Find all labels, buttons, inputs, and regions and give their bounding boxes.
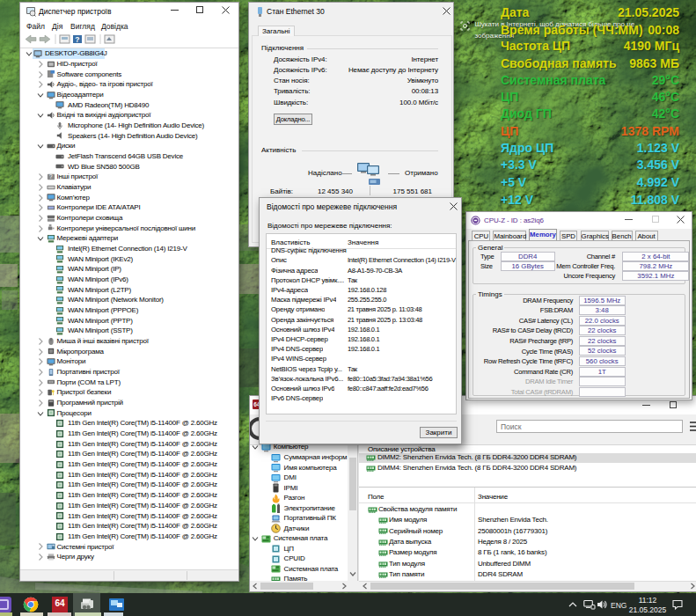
svg-text:?: ? [49,173,53,180]
svg-text:?: ? [75,35,79,44]
